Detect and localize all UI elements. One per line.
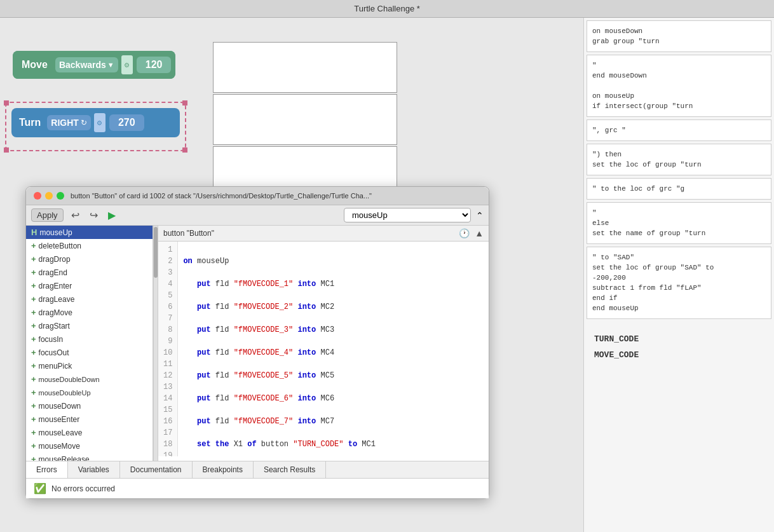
indicator-mousemove: + (31, 441, 36, 451)
indicator-mouseenter: + (31, 414, 36, 424)
turn-label: Turn (14, 117, 46, 128)
minimize-button[interactable] (45, 192, 53, 200)
snippet-4: ") then set the loc of group "turn (587, 144, 771, 175)
event-item-mouseleave[interactable]: + mouseLeave (26, 426, 153, 439)
code-line-2: put fld "fMOVECODE_1" into MC1 (183, 278, 484, 290)
code-line-5: put fld "fMOVECODE_4" into MC4 (183, 347, 484, 358)
event-item-deletebutton[interactable]: + deleteButton (26, 239, 153, 252)
indicator-mousedown: + (31, 401, 36, 411)
event-item-dragmove[interactable]: + dragMove (26, 306, 153, 319)
tab-search-results[interactable]: Search Results (254, 461, 326, 478)
event-label-mouseenter: mouseEnter (39, 415, 80, 424)
indicator-mouseleave: + (31, 428, 36, 437)
selector-arrow[interactable]: ⌃ (476, 210, 484, 221)
code-line-3: put fld "fMOVECODE_2" into MC2 (183, 301, 484, 313)
snippet-5: " to the loc of grc "g (587, 178, 771, 200)
code-line-9: set the X1 of button "TURN_CODE" to MC1 (183, 439, 484, 450)
event-label-mousedoubleup: mouseDoubleUp (39, 389, 91, 397)
redo-button[interactable]: ↪ (87, 208, 100, 222)
status-icon: ✅ (34, 482, 46, 494)
code-line-1: on mouseUp (183, 256, 484, 267)
snippet-2: " end mouseDown on mouseUp if intersect(… (587, 55, 771, 117)
var-label-move-code: MOVE_CODE (594, 350, 764, 360)
scroll-up-button[interactable]: ▲ (475, 228, 484, 238)
turn-block: Turn RIGHT ↻ ⚙ 270 (11, 108, 180, 137)
status-bar: ✅ No errors occurred (26, 478, 489, 498)
event-list-scrollbar[interactable] (153, 226, 158, 461)
event-item-mousedoubledown[interactable]: + mouseDoubleDown (26, 372, 153, 386)
snippet-3: ", grc " (587, 119, 771, 141)
line-numbers: 12345 678910 1112131415 1617181920 (158, 242, 178, 456)
event-item-dragend[interactable]: + dragEnd (26, 266, 153, 279)
indicator-mouserelease: + (31, 454, 36, 461)
main-area: Move Backwards ▼ ⚙ 120 Tu (0, 18, 774, 532)
code-line-6: put fld "fMOVECODE_5" into MC5 (183, 370, 484, 381)
event-label-dragend: dragEnd (39, 268, 67, 277)
var-label-turn-code: TURN_CODE (594, 334, 764, 344)
event-list: H mouseUp + deleteButton + dragDrop + dr… (26, 226, 153, 461)
editor-header-icons: 🕐 ▲ (459, 228, 484, 238)
apply-button[interactable]: Apply (31, 208, 64, 222)
undo-button[interactable]: ↩ (69, 208, 82, 222)
dropdown-arrow-move[interactable]: ▼ (107, 61, 114, 69)
preview-box-1 (213, 42, 397, 93)
event-label-mouserelease: mouseRelease (39, 455, 90, 461)
title-bar: Turtle Challenge * (0, 0, 774, 18)
event-label-mousedown: mouseDown (39, 402, 81, 411)
event-label-focusin: focusIn (39, 335, 64, 344)
event-item-dragdrop[interactable]: + dragDrop (26, 252, 153, 266)
event-item-mousedown[interactable]: + mouseDown (26, 399, 153, 413)
event-selector[interactable]: mouseUp mouseDown mouseEnter (344, 208, 471, 222)
indicator-dragdrop: + (31, 254, 36, 264)
code-content[interactable]: on mouseUp put fld "fMOVECODE_1" into MC… (178, 242, 489, 456)
event-item-focusout[interactable]: + focusOut (26, 346, 153, 359)
editor-context-label: button "Button" (163, 229, 214, 238)
handle-bl (4, 147, 9, 153)
event-item-dragenter[interactable]: + dragEnter (26, 279, 153, 292)
event-label-menupick: menuPick (39, 362, 72, 371)
window-title: Turtle Challenge * (354, 4, 420, 13)
event-label-dragleave: dragLeave (39, 295, 75, 304)
history-button[interactable]: 🕐 (459, 228, 470, 238)
run-button[interactable]: ▶ (105, 208, 118, 222)
move-direction: Backwards (59, 60, 106, 70)
tab-errors[interactable]: Errors (26, 461, 68, 478)
event-item-mouseup[interactable]: H mouseUp (26, 226, 153, 239)
right-panel: on mouseDown grab group "turn " end mous… (583, 18, 774, 532)
event-label-deletebutton: deleteButton (39, 242, 81, 250)
close-button[interactable] (34, 192, 41, 200)
handle-br (182, 147, 187, 153)
event-item-dragstart[interactable]: + dragStart (26, 319, 153, 332)
code-area[interactable]: 12345 678910 1112131415 1617181920 on mo… (158, 242, 489, 456)
turn-refresh-icon[interactable]: ↻ (81, 118, 87, 127)
script-content: H mouseUp + deleteButton + dragDrop + dr… (26, 226, 489, 461)
event-item-mouseenter[interactable]: + mouseEnter (26, 413, 153, 426)
tab-breakpoints[interactable]: Breakpoints (193, 461, 254, 478)
script-toolbar: Apply ↩ ↪ ▶ mouseUp mouseDown mouseEnter… (26, 205, 489, 226)
preview-area (213, 42, 397, 197)
event-item-mouserelease[interactable]: + mouseRelease (26, 453, 153, 461)
event-item-focusin[interactable]: + focusIn (26, 332, 153, 346)
event-label-mouseleave: mouseLeave (39, 428, 83, 437)
event-label-dragdrop: dragDrop (39, 255, 71, 264)
event-item-menupick[interactable]: + menuPick (26, 359, 153, 372)
indicator-dragmove: + (31, 308, 36, 317)
maximize-button[interactable] (57, 192, 64, 200)
connector-turn: ⚙ (94, 113, 105, 132)
turn-value: 270 (118, 117, 135, 128)
snippet-6: " else set the name of group "turn (587, 202, 771, 244)
tab-documentation[interactable]: Documentation (120, 461, 193, 478)
handle-tr (182, 100, 187, 106)
event-item-dragleave[interactable]: + dragLeave (26, 292, 153, 306)
var-labels: TURN_CODE MOVE_CODE (584, 322, 774, 372)
tab-variables[interactable]: Variables (68, 461, 120, 478)
snippet-1: on mouseDown grab group "turn (587, 20, 771, 52)
event-label-mouseup: mouseUp (39, 228, 72, 237)
event-item-mousedoubleup[interactable]: + mouseDoubleUp (26, 386, 153, 399)
panel-title: button "Button" of card id 1002 of stack… (71, 192, 481, 200)
event-item-mousemove[interactable]: + mouseMove (26, 439, 153, 453)
event-label-dragmove: dragMove (39, 308, 72, 317)
indicator-focusin: + (31, 334, 36, 344)
canvas-area: Move Backwards ▼ ⚙ 120 Tu (0, 18, 583, 532)
preview-box-2 (213, 94, 397, 145)
